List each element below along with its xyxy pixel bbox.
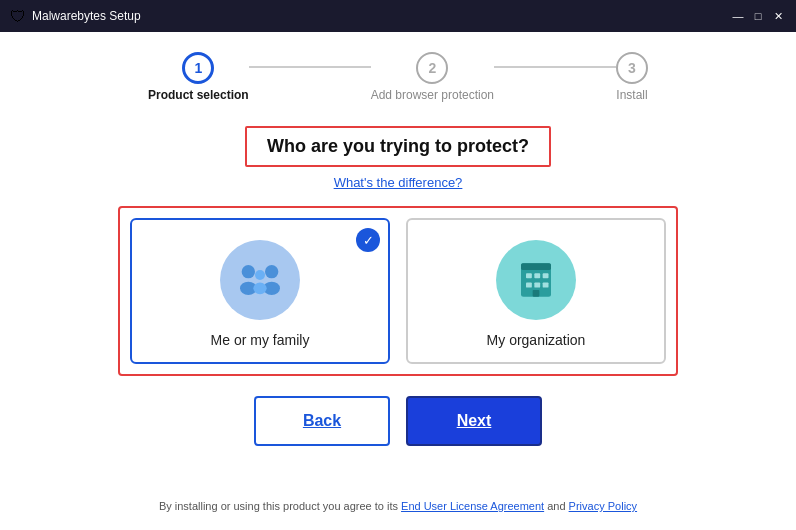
- titlebar-title: Malwarebytes Setup: [32, 9, 730, 23]
- buttons-row: Back Next: [254, 396, 542, 446]
- option-org[interactable]: My organization: [406, 218, 666, 364]
- svg-point-2: [265, 265, 278, 278]
- org-icon: [511, 255, 561, 305]
- svg-point-0: [242, 265, 255, 278]
- minimize-button[interactable]: —: [730, 8, 746, 24]
- step-3-circle: 3: [616, 52, 648, 84]
- next-button[interactable]: Next: [406, 396, 542, 446]
- family-icon: [235, 255, 285, 305]
- question-text: Who are you trying to protect?: [267, 136, 529, 156]
- family-icon-circle: [220, 240, 300, 320]
- org-icon-circle: [496, 240, 576, 320]
- svg-rect-9: [534, 273, 540, 278]
- option-family[interactable]: ✓ Me or my family: [130, 218, 390, 364]
- svg-rect-7: [521, 263, 551, 270]
- svg-rect-13: [543, 283, 549, 288]
- question-box: Who are you trying to protect?: [245, 126, 551, 167]
- option-family-label: Me or my family: [211, 332, 310, 348]
- titlebar: 🛡 Malwarebytes Setup — □ ✕: [0, 0, 796, 32]
- maximize-button[interactable]: □: [750, 8, 766, 24]
- svg-rect-8: [526, 273, 532, 278]
- eula-link[interactable]: End User License Agreement: [401, 500, 544, 512]
- svg-rect-14: [533, 290, 540, 297]
- step-3: 3 Install: [616, 52, 648, 102]
- privacy-link[interactable]: Privacy Policy: [569, 500, 637, 512]
- stepper: 1 Product selection 2 Add browser protec…: [148, 52, 648, 102]
- step-1: 1 Product selection: [148, 52, 249, 102]
- footer-text-before: By installing or using this product you …: [159, 500, 401, 512]
- svg-rect-11: [526, 283, 532, 288]
- footer-text-between: and: [544, 500, 568, 512]
- svg-point-4: [255, 270, 265, 280]
- options-container: ✓ Me or my family: [118, 206, 678, 376]
- titlebar-controls: — □ ✕: [730, 8, 786, 24]
- difference-link[interactable]: What's the difference?: [334, 175, 463, 190]
- svg-rect-10: [543, 273, 549, 278]
- main-content: 1 Product selection 2 Add browser protec…: [0, 32, 796, 530]
- close-button[interactable]: ✕: [770, 8, 786, 24]
- step-2-label: Add browser protection: [371, 88, 494, 102]
- step-1-circle: 1: [182, 52, 214, 84]
- back-button[interactable]: Back: [254, 396, 390, 446]
- step-1-label: Product selection: [148, 88, 249, 102]
- step-3-label: Install: [616, 88, 647, 102]
- step-line-1: [249, 66, 371, 68]
- footer: By installing or using this product you …: [159, 500, 637, 520]
- check-badge-family: ✓: [356, 228, 380, 252]
- step-line-2: [494, 66, 616, 68]
- svg-rect-12: [534, 283, 540, 288]
- app-icon: 🛡: [10, 8, 26, 24]
- svg-point-5: [253, 283, 266, 295]
- option-org-label: My organization: [487, 332, 586, 348]
- step-2-circle: 2: [416, 52, 448, 84]
- step-2: 2 Add browser protection: [371, 52, 494, 102]
